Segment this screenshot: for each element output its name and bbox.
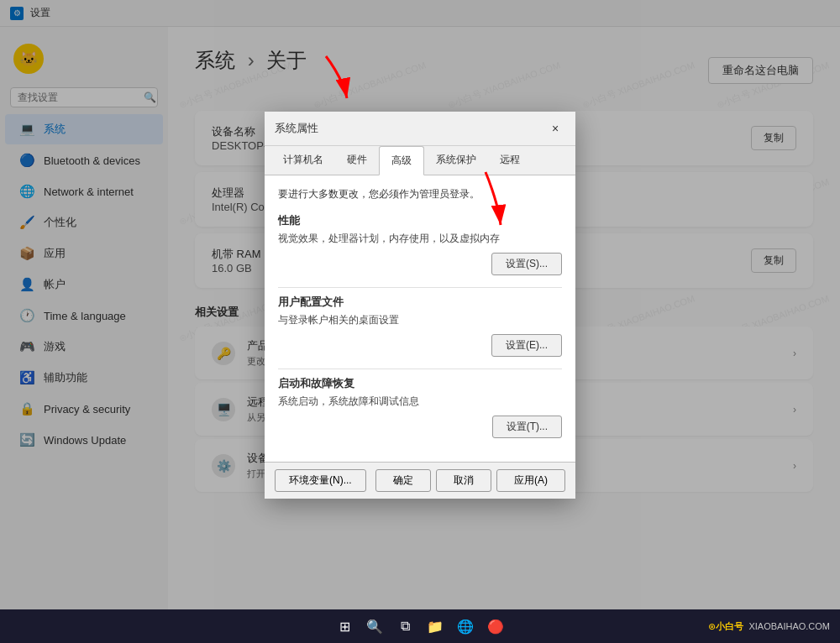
taskbar-center: ⊞ 🔍 ⧉ 📁 🌐 🔴 — [333, 614, 507, 638]
performance-desc: 视觉效果，处理器计划，内存使用，以及虚拟内存 — [278, 232, 562, 246]
start-button[interactable]: ⊞ — [333, 614, 356, 638]
divider-1 — [278, 287, 562, 288]
chrome-button[interactable]: 🔴 — [484, 614, 507, 638]
dialog-title: 系统属性 — [275, 121, 318, 136]
user-profile-btn-row: 设置(E)... — [278, 334, 562, 357]
env-variables-button[interactable]: 环境变量(N)... — [275, 469, 366, 492]
performance-section: 性能 视觉效果，处理器计划，内存使用，以及虚拟内存 设置(S)... — [278, 213, 562, 275]
tab-system-protection[interactable]: 系统保护 — [424, 146, 488, 175]
user-profile-desc: 与登录帐户相关的桌面设置 — [278, 313, 562, 327]
dialog-body: 要进行大多数更改，您必须作为管理员登录。 性能 视觉效果，处理器计划，内存使用，… — [265, 175, 575, 462]
taskbar-watermark: ⊙小白号 — [708, 620, 743, 633]
performance-settings-button[interactable]: 设置(S)... — [491, 253, 562, 275]
modal-overlay: 系统属性 × 计算机名 硬件 高级 系统保护 远程 要进行大多数更改，您必须作为… — [0, 0, 840, 609]
taskbar: ⊞ 🔍 ⧉ 📁 🌐 🔴 ⊙小白号 XIAOBAIHAO.COM — [0, 609, 840, 643]
divider-2 — [278, 369, 562, 369]
startup-btn-row: 设置(T)... — [278, 416, 562, 438]
user-profile-title: 用户配置文件 — [278, 295, 562, 310]
dialog-footer: 环境变量(N)... 确定 取消 应用(A) — [265, 462, 575, 499]
apply-button[interactable]: 应用(A) — [496, 469, 565, 492]
ok-button[interactable]: 确定 — [375, 469, 431, 492]
startup-settings-button[interactable]: 设置(T)... — [492, 416, 562, 438]
taskbar-watermark-url: XIAOBAIHAO.COM — [748, 621, 830, 631]
user-profile-section: 用户配置文件 与登录帐户相关的桌面设置 设置(E)... — [278, 295, 562, 357]
cancel-button[interactable]: 取消 — [436, 469, 491, 492]
startup-section: 启动和故障恢复 系统启动，系统故障和调试信息 设置(T)... — [278, 376, 562, 438]
startup-title: 启动和故障恢复 — [278, 376, 562, 391]
performance-title: 性能 — [278, 213, 562, 228]
tab-remote[interactable]: 远程 — [488, 146, 532, 175]
startup-desc: 系统启动，系统故障和调试信息 — [278, 395, 562, 409]
dialog-notice: 要进行大多数更改，您必须作为管理员登录。 — [278, 187, 562, 201]
tab-advanced[interactable]: 高级 — [379, 146, 424, 175]
taskview-button[interactable]: ⧉ — [393, 614, 417, 638]
performance-btn-row: 设置(S)... — [278, 253, 562, 275]
taskbar-right: ⊙小白号 XIAOBAIHAO.COM — [708, 620, 830, 633]
dialog-tabs: 计算机名 硬件 高级 系统保护 远程 — [265, 146, 575, 175]
dialog-close-button[interactable]: × — [545, 118, 565, 139]
files-button[interactable]: 📁 — [423, 614, 447, 638]
tab-hardware[interactable]: 硬件 — [335, 146, 379, 175]
action-buttons: 确定 取消 应用(A) — [375, 469, 565, 492]
user-profile-settings-button[interactable]: 设置(E)... — [491, 334, 562, 357]
annotation-arrow-1 — [301, 52, 351, 114]
system-properties-dialog: 系统属性 × 计算机名 硬件 高级 系统保护 远程 要进行大多数更改，您必须作为… — [265, 112, 575, 499]
search-taskbar-button[interactable]: 🔍 — [363, 614, 386, 638]
tab-computername[interactable]: 计算机名 — [271, 146, 335, 175]
browser-button[interactable]: 🌐 — [454, 614, 477, 638]
dialog-titlebar: 系统属性 × — [265, 112, 575, 146]
